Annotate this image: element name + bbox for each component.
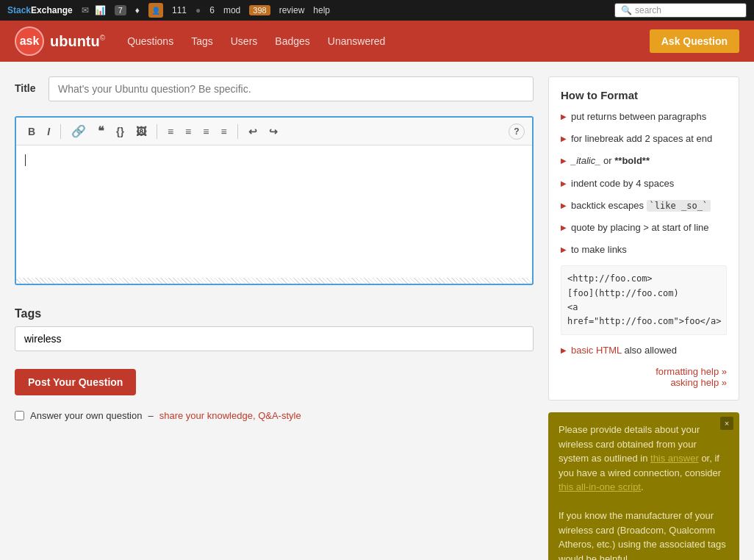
arrow-icon-6: ▶: [561, 223, 567, 233]
format-links-block: <http://foo.com> [foo](http://foo.com) <…: [561, 265, 727, 335]
tooltip-close-button[interactable]: ×: [720, 417, 733, 430]
format-help-box: How to Format ▶ put returns between para…: [548, 76, 739, 401]
format-item-links: ▶ to make links: [561, 243, 727, 256]
logo-text: ask: [20, 35, 40, 48]
help-menu[interactable]: help: [313, 5, 330, 15]
format-text-links: to make links: [571, 243, 627, 256]
search-box[interactable]: 🔍 search: [614, 3, 747, 18]
search-area: 🔍 search: [614, 3, 747, 18]
format-text-backtick: backtick escapes `like _so_`: [571, 199, 711, 212]
format-item-quote: ▶ quote by placing > at start of line: [561, 221, 727, 234]
format-item-html: ▶ basic HTML also allowed: [561, 344, 727, 357]
badge-count[interactable]: 398: [249, 5, 270, 15]
diamond-icon: ♦: [135, 5, 140, 15]
notification-badge[interactable]: 7: [115, 5, 126, 15]
arrow-icon-7: ▶: [561, 245, 567, 255]
code-button[interactable]: {}: [112, 123, 129, 140]
review-link[interactable]: review: [279, 5, 305, 15]
format-item-indent: ▶ indent code by 4 spaces: [561, 177, 727, 190]
nav-tags[interactable]: Tags: [191, 35, 213, 47]
achievements-icon[interactable]: 📊: [95, 5, 106, 15]
avatar[interactable]: 👤: [148, 3, 163, 18]
tooltip-link-1[interactable]: this answer: [650, 453, 699, 464]
brand-logo[interactable]: StackExchange: [7, 5, 73, 15]
format-text-italic: _italic_ or **bold**: [571, 154, 650, 168]
basic-html-link[interactable]: basic HTML: [571, 345, 622, 356]
undo-button[interactable]: ↩: [244, 123, 262, 140]
format-text-html: basic HTML also allowed: [571, 344, 677, 357]
answer-own-checkbox[interactable]: [15, 411, 24, 420]
toolbar-sep-3: [237, 124, 238, 139]
ask-question-button[interactable]: Ask Question: [650, 29, 739, 53]
search-icon: 🔍: [621, 5, 632, 15]
tags-section: Tags: [15, 307, 534, 351]
asking-help-link[interactable]: asking help »: [561, 377, 727, 388]
link-button[interactable]: 🔗: [67, 122, 90, 140]
indent-button[interactable]: ≡: [198, 123, 213, 140]
tooltip-text-2: If you know the manufacturer of your wir…: [559, 509, 729, 560]
formatting-help-link[interactable]: formatting help »: [561, 366, 727, 377]
arrow-icon-8: ▶: [561, 345, 567, 356]
right-panel: How to Format ▶ put returns between para…: [548, 76, 739, 560]
reputation-score: 111: [172, 5, 187, 15]
answer-own-link[interactable]: share your knowledge, Q&A-style: [159, 410, 301, 421]
nav-users[interactable]: Users: [231, 35, 258, 47]
answer-own-row: Answer your own question – share your kn…: [15, 410, 534, 421]
image-button[interactable]: 🖼: [132, 123, 151, 140]
tags-input[interactable]: [15, 326, 534, 351]
editor-cursor: [25, 154, 26, 166]
quote-button[interactable]: ❝: [93, 122, 109, 140]
tooltip-link-2[interactable]: this all-in-one script: [559, 481, 641, 492]
main-content: Title B I 🔗 ❝ {} 🖼 ≡ ≡ ≡ ≡ ↩ ↪: [0, 62, 754, 560]
logo-circle: ask: [15, 26, 44, 56]
site-header: ask ubuntu© Questions Tags Users Badges …: [0, 21, 754, 62]
system-bar: StackExchange ✉ 📊 7 ♦ 👤 111 ● 6 mod 398 …: [0, 0, 754, 21]
tooltip-text-1: Please provide details about your wirele…: [559, 423, 729, 495]
tags-label: Tags: [15, 307, 534, 320]
format-footer: formatting help » asking help »: [561, 366, 727, 388]
italic-button[interactable]: I: [43, 123, 54, 140]
format-text-linebreak: for linebreak add 2 spaces at end: [571, 132, 712, 146]
editor-resize-handle[interactable]: [16, 278, 532, 284]
format-item-italic-bold: ▶ _italic_ or **bold**: [561, 154, 727, 168]
mod-label: mod: [223, 5, 240, 15]
arrow-icon-1: ▶: [561, 112, 567, 122]
tooltip-popup: × Please provide details about your wire…: [548, 412, 739, 560]
arrow-icon-5: ▶: [561, 201, 567, 211]
ol-button[interactable]: ≡: [163, 123, 178, 140]
nav-unanswered[interactable]: Unanswered: [328, 35, 386, 47]
format-text-paragraphs: put returns between paragraphs: [571, 110, 706, 123]
bold-button[interactable]: B: [24, 123, 40, 140]
answer-own-separator: –: [148, 410, 153, 421]
format-item-linebreak: ▶ for linebreak add 2 spaces at end: [561, 132, 727, 146]
title-input[interactable]: [49, 76, 534, 101]
toolbar-sep-1: [60, 124, 61, 139]
search-placeholder: search: [635, 5, 661, 15]
answer-own-label: Answer your own question: [30, 410, 142, 421]
editor-toolbar: B I 🔗 ❝ {} 🖼 ≡ ≡ ≡ ≡ ↩ ↪ ?: [16, 118, 532, 146]
help-button[interactable]: ?: [509, 123, 525, 140]
arrow-icon-2: ▶: [561, 134, 567, 144]
nav-questions[interactable]: Questions: [127, 35, 173, 47]
dedent-button[interactable]: ≡: [216, 123, 231, 140]
site-name: ubuntu©: [50, 33, 105, 50]
format-item-backtick: ▶ backtick escapes `like _so_`: [561, 199, 727, 212]
inbox-icon[interactable]: ✉: [82, 5, 89, 15]
post-question-button[interactable]: Post Your Question: [15, 369, 136, 395]
site-nav: Questions Tags Users Badges Unanswered: [127, 35, 385, 47]
title-label: Title: [15, 76, 37, 94]
system-icons: ✉ 📊: [82, 5, 106, 15]
redo-button[interactable]: ↪: [265, 123, 282, 140]
arrow-icon-3: ▶: [561, 156, 567, 166]
ul-button[interactable]: ≡: [181, 123, 195, 140]
arrow-icon-4: ▶: [561, 179, 567, 189]
title-field-row: Title: [15, 76, 534, 101]
toolbar-sep-2: [157, 124, 157, 139]
nav-badges[interactable]: Badges: [275, 35, 309, 47]
reputation-score-2: 6: [209, 5, 215, 15]
format-text-indent: indent code by 4 spaces: [571, 177, 674, 190]
format-item-paragraphs: ▶ put returns between paragraphs: [561, 110, 727, 123]
editor-container: B I 🔗 ❝ {} 🖼 ≡ ≡ ≡ ≡ ↩ ↪ ?: [15, 116, 534, 285]
site-logo[interactable]: ask ubuntu©: [15, 26, 105, 56]
editor-body[interactable]: [16, 146, 532, 278]
